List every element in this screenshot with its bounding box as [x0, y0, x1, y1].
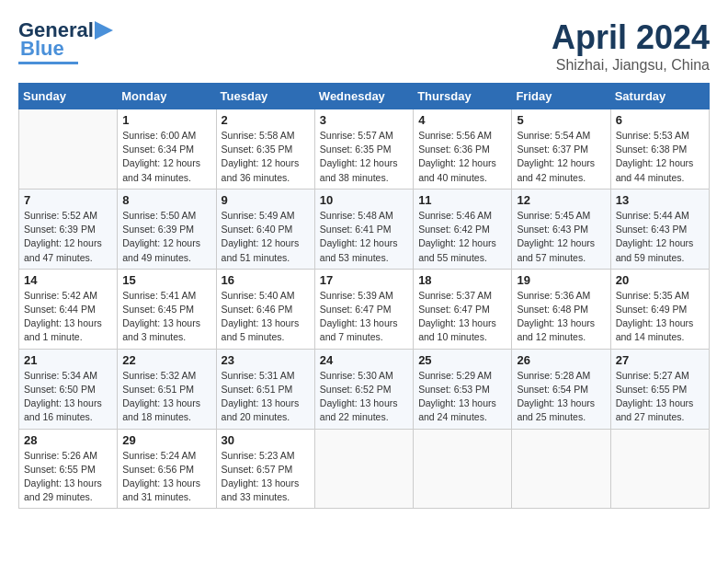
weekday-header-row: SundayMondayTuesdayWednesdayThursdayFrid… [19, 84, 710, 109]
day-info: Sunrise: 5:54 AM Sunset: 6:37 PM Dayligh… [517, 129, 605, 185]
day-info: Sunrise: 6:00 AM Sunset: 6:34 PM Dayligh… [122, 129, 210, 185]
logo: General Blue [18, 18, 117, 64]
calendar-week-row: 1Sunrise: 6:00 AM Sunset: 6:34 PM Daylig… [19, 109, 710, 190]
day-info: Sunrise: 5:57 AM Sunset: 6:35 PM Dayligh… [320, 129, 408, 185]
day-number: 29 [122, 433, 210, 447]
day-number: 6 [616, 113, 704, 127]
day-number: 8 [122, 193, 210, 207]
day-number: 10 [320, 193, 408, 207]
calendar-cell: 11Sunrise: 5:46 AM Sunset: 6:42 PM Dayli… [414, 189, 512, 269]
subtitle: Shizhai, Jiangsu, China [552, 57, 710, 74]
day-info: Sunrise: 5:36 AM Sunset: 6:48 PM Dayligh… [517, 289, 605, 345]
day-number: 28 [24, 433, 112, 447]
calendar-cell [314, 429, 413, 509]
svg-marker-0 [95, 21, 113, 40]
day-info: Sunrise: 5:45 AM Sunset: 6:43 PM Dayligh… [517, 209, 605, 265]
calendar-cell: 12Sunrise: 5:45 AM Sunset: 6:43 PM Dayli… [512, 189, 610, 269]
day-number: 24 [320, 353, 408, 367]
day-info: Sunrise: 5:23 AM Sunset: 6:57 PM Dayligh… [222, 449, 310, 505]
calendar-cell: 1Sunrise: 6:00 AM Sunset: 6:34 PM Daylig… [118, 109, 216, 190]
calendar-cell: 13Sunrise: 5:44 AM Sunset: 6:43 PM Dayli… [610, 189, 709, 269]
day-info: Sunrise: 5:44 AM Sunset: 6:43 PM Dayligh… [616, 209, 704, 265]
weekday-header: Wednesday [314, 84, 413, 109]
calendar-cell: 15Sunrise: 5:41 AM Sunset: 6:45 PM Dayli… [118, 269, 216, 349]
calendar-cell: 5Sunrise: 5:54 AM Sunset: 6:37 PM Daylig… [512, 109, 610, 190]
calendar-table: SundayMondayTuesdayWednesdayThursdayFrid… [18, 83, 710, 509]
logo-arrow-icon [95, 21, 117, 40]
calendar-cell [512, 429, 610, 509]
day-info: Sunrise: 5:26 AM Sunset: 6:55 PM Dayligh… [24, 449, 112, 505]
day-number: 18 [418, 273, 506, 287]
day-number: 20 [616, 273, 704, 287]
calendar-cell [19, 109, 118, 190]
day-info: Sunrise: 5:49 AM Sunset: 6:40 PM Dayligh… [222, 209, 310, 265]
calendar-cell [414, 429, 512, 509]
day-info: Sunrise: 5:37 AM Sunset: 6:47 PM Dayligh… [418, 289, 506, 345]
day-info: Sunrise: 5:53 AM Sunset: 6:38 PM Dayligh… [616, 129, 704, 185]
calendar-cell: 9Sunrise: 5:49 AM Sunset: 6:40 PM Daylig… [216, 189, 314, 269]
calendar-cell: 7Sunrise: 5:52 AM Sunset: 6:39 PM Daylig… [19, 189, 118, 269]
day-info: Sunrise: 5:42 AM Sunset: 6:44 PM Dayligh… [24, 289, 112, 345]
day-number: 15 [122, 273, 210, 287]
day-number: 26 [517, 353, 605, 367]
calendar-week-row: 7Sunrise: 5:52 AM Sunset: 6:39 PM Daylig… [19, 189, 710, 269]
calendar-week-row: 21Sunrise: 5:34 AM Sunset: 6:50 PM Dayli… [19, 349, 710, 429]
day-number: 1 [122, 113, 210, 127]
weekday-header: Monday [118, 84, 216, 109]
day-info: Sunrise: 5:56 AM Sunset: 6:36 PM Dayligh… [418, 129, 506, 185]
day-info: Sunrise: 5:46 AM Sunset: 6:42 PM Dayligh… [418, 209, 506, 265]
calendar-cell: 8Sunrise: 5:50 AM Sunset: 6:39 PM Daylig… [118, 189, 216, 269]
day-number: 14 [24, 273, 112, 287]
day-info: Sunrise: 5:28 AM Sunset: 6:54 PM Dayligh… [517, 369, 605, 425]
weekday-header: Thursday [414, 84, 512, 109]
calendar-cell: 27Sunrise: 5:27 AM Sunset: 6:55 PM Dayli… [610, 349, 709, 429]
calendar-week-row: 14Sunrise: 5:42 AM Sunset: 6:44 PM Dayli… [19, 269, 710, 349]
calendar-cell: 22Sunrise: 5:32 AM Sunset: 6:51 PM Dayli… [118, 349, 216, 429]
day-number: 25 [418, 353, 506, 367]
calendar-cell: 4Sunrise: 5:56 AM Sunset: 6:36 PM Daylig… [414, 109, 512, 190]
day-info: Sunrise: 5:27 AM Sunset: 6:55 PM Dayligh… [616, 369, 704, 425]
day-number: 19 [517, 273, 605, 287]
calendar-cell: 26Sunrise: 5:28 AM Sunset: 6:54 PM Dayli… [512, 349, 610, 429]
calendar-cell: 29Sunrise: 5:24 AM Sunset: 6:56 PM Dayli… [118, 429, 216, 509]
day-info: Sunrise: 5:35 AM Sunset: 6:49 PM Dayligh… [616, 289, 704, 345]
day-info: Sunrise: 5:34 AM Sunset: 6:50 PM Dayligh… [24, 369, 112, 425]
day-info: Sunrise: 5:29 AM Sunset: 6:53 PM Dayligh… [418, 369, 506, 425]
weekday-header: Friday [512, 84, 610, 109]
day-info: Sunrise: 5:58 AM Sunset: 6:35 PM Dayligh… [222, 129, 310, 185]
calendar-week-row: 28Sunrise: 5:26 AM Sunset: 6:55 PM Dayli… [19, 429, 710, 509]
calendar-cell: 14Sunrise: 5:42 AM Sunset: 6:44 PM Dayli… [19, 269, 118, 349]
day-info: Sunrise: 5:32 AM Sunset: 6:51 PM Dayligh… [122, 369, 210, 425]
calendar-cell: 17Sunrise: 5:39 AM Sunset: 6:47 PM Dayli… [314, 269, 413, 349]
main-title: April 2024 [552, 18, 710, 57]
calendar-cell: 20Sunrise: 5:35 AM Sunset: 6:49 PM Dayli… [610, 269, 709, 349]
weekday-header: Saturday [610, 84, 709, 109]
calendar-cell: 2Sunrise: 5:58 AM Sunset: 6:35 PM Daylig… [216, 109, 314, 190]
calendar-cell: 3Sunrise: 5:57 AM Sunset: 6:35 PM Daylig… [314, 109, 413, 190]
day-info: Sunrise: 5:48 AM Sunset: 6:41 PM Dayligh… [320, 209, 408, 265]
day-number: 27 [616, 353, 704, 367]
calendar-cell: 19Sunrise: 5:36 AM Sunset: 6:48 PM Dayli… [512, 269, 610, 349]
calendar-cell: 23Sunrise: 5:31 AM Sunset: 6:51 PM Dayli… [216, 349, 314, 429]
day-info: Sunrise: 5:40 AM Sunset: 6:46 PM Dayligh… [222, 289, 310, 345]
calendar-cell: 21Sunrise: 5:34 AM Sunset: 6:50 PM Dayli… [19, 349, 118, 429]
day-info: Sunrise: 5:50 AM Sunset: 6:39 PM Dayligh… [122, 209, 210, 265]
calendar-cell [610, 429, 709, 509]
day-number: 21 [24, 353, 112, 367]
calendar-cell: 28Sunrise: 5:26 AM Sunset: 6:55 PM Dayli… [19, 429, 118, 509]
day-info: Sunrise: 5:31 AM Sunset: 6:51 PM Dayligh… [222, 369, 310, 425]
day-info: Sunrise: 5:30 AM Sunset: 6:52 PM Dayligh… [320, 369, 408, 425]
calendar-cell: 30Sunrise: 5:23 AM Sunset: 6:57 PM Dayli… [216, 429, 314, 509]
calendar-cell: 10Sunrise: 5:48 AM Sunset: 6:41 PM Dayli… [314, 189, 413, 269]
day-number: 7 [24, 193, 112, 207]
day-number: 11 [418, 193, 506, 207]
day-number: 22 [122, 353, 210, 367]
day-info: Sunrise: 5:39 AM Sunset: 6:47 PM Dayligh… [320, 289, 408, 345]
day-number: 17 [320, 273, 408, 287]
weekday-header: Sunday [19, 84, 118, 109]
page-header: General Blue April 2024 Shizhai, Jiangsu… [18, 18, 710, 74]
calendar-cell: 18Sunrise: 5:37 AM Sunset: 6:47 PM Dayli… [414, 269, 512, 349]
day-info: Sunrise: 5:24 AM Sunset: 6:56 PM Dayligh… [122, 449, 210, 505]
day-number: 23 [222, 353, 310, 367]
weekday-header: Tuesday [216, 84, 314, 109]
